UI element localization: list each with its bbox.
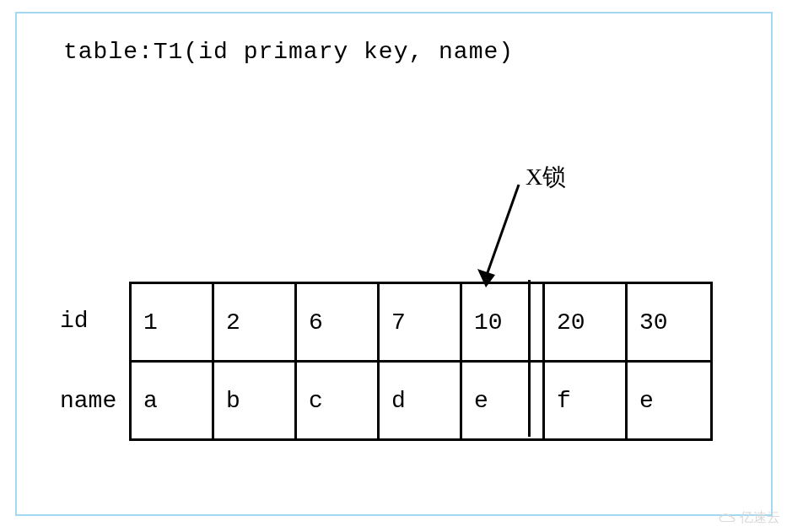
diagram-title: table:T1(id primary key, name)	[63, 39, 514, 65]
arrow-icon	[472, 178, 540, 296]
id-cells: 1 2 6 7 10 20 30	[129, 282, 713, 360]
cloud-icon	[718, 513, 736, 524]
row-label-id: id	[53, 282, 129, 360]
cell-name-5: f	[545, 363, 628, 438]
cell-id-5: 20	[545, 284, 628, 360]
data-table: id 1 2 6 7 10 20 30 name a b c d e f e	[53, 282, 713, 441]
cell-name-2: c	[297, 363, 380, 438]
cell-id-2: 6	[297, 284, 380, 360]
watermark: 亿速云	[718, 509, 780, 527]
cell-id-6: 30	[628, 284, 710, 360]
cell-id-1: 2	[214, 284, 297, 360]
table-row-id: id 1 2 6 7 10 20 30	[53, 282, 713, 360]
table-row-name: name a b c d e f e	[53, 360, 713, 441]
lock-divider	[528, 280, 531, 437]
watermark-text: 亿速云	[740, 509, 780, 527]
name-cells: a b c d e f e	[129, 360, 713, 441]
cell-name-3: d	[380, 363, 462, 438]
diagram-frame: table:T1(id primary key, name) X锁 id 1 2…	[15, 12, 773, 516]
cell-name-0: a	[132, 363, 214, 438]
cell-id-0: 1	[132, 284, 214, 360]
cell-id-4: 10	[462, 284, 545, 360]
svg-line-0	[486, 185, 519, 277]
cell-id-3: 7	[380, 284, 462, 360]
row-label-name: name	[53, 360, 129, 441]
cell-name-6: e	[628, 363, 710, 438]
cell-name-4: e	[462, 363, 545, 438]
cell-name-1: b	[214, 363, 297, 438]
